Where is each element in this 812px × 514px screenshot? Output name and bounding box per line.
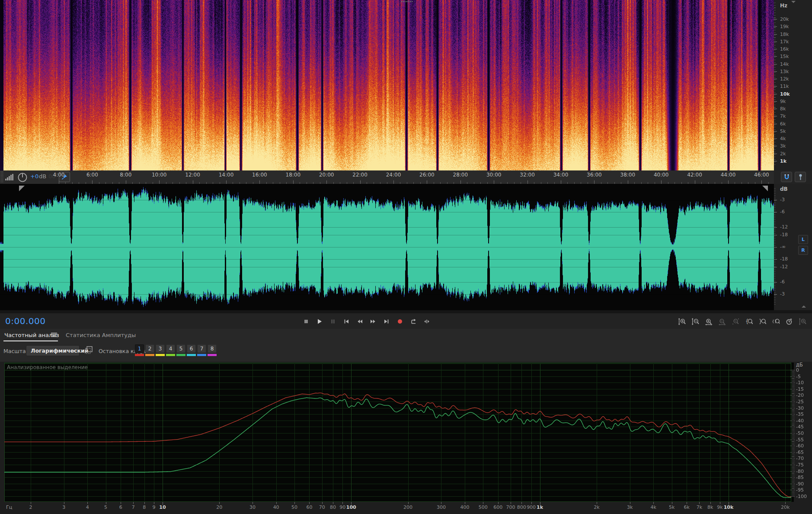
chart-y-tick — [790, 414, 795, 414]
record-button[interactable] — [395, 315, 405, 328]
rewind-button[interactable] — [355, 315, 364, 328]
panel-menu-icon[interactable] — [51, 333, 57, 337]
chart-x-tick — [253, 502, 253, 504]
frequency-scale-label: 2k — [780, 151, 786, 157]
zoom-out-full-button[interactable] — [731, 315, 741, 328]
chart-x-tick — [465, 502, 465, 504]
spectral-frequency-scale[interactable]: Hz 20k19k18k17k16k15k14k13k12k11k10k9k8k… — [774, 0, 812, 170]
chart-y-tick — [792, 400, 794, 401]
scroll-down-arrow-icon[interactable] — [802, 305, 806, 308]
frequency-scale-label: 17k — [780, 39, 789, 45]
chart-y-tick — [792, 443, 794, 443]
frequency-analysis-panel: Анализированное выделение дБ 0-5-10-15-2… — [0, 362, 812, 514]
ruler-tick — [460, 180, 461, 184]
chart-x-tick-label: 2k — [594, 504, 599, 510]
frame-hold-button-8[interactable]: 8 — [208, 344, 217, 353]
chart-x-tick-label: 100 — [346, 504, 356, 510]
panel-tabs: Частотный анализ Статистика Амплитуды — [0, 329, 812, 343]
fast-forward-button[interactable] — [368, 315, 378, 328]
ruler-tick — [92, 180, 93, 184]
timer-button[interactable] — [784, 315, 794, 328]
frame-hold-color-2 — [145, 354, 154, 356]
time-display[interactable]: 0:00.000 — [5, 316, 45, 326]
chart-y-tick — [790, 465, 795, 465]
skip-selection-button[interactable] — [422, 315, 432, 328]
loop-playback-button[interactable] — [408, 315, 418, 328]
skip-to-end-button[interactable] — [381, 315, 391, 328]
chart-y-tick — [792, 393, 794, 393]
magnet-icon — [783, 174, 790, 180]
db-scale-label: -6 — [780, 279, 785, 285]
chart-x-tick — [106, 502, 106, 504]
chart-y-tick — [790, 458, 795, 459]
chart-y-tick — [792, 459, 794, 460]
ruler-tick — [293, 180, 294, 184]
marker-button[interactable] — [795, 172, 806, 182]
frame-hold-button-4[interactable]: 4 — [166, 344, 175, 353]
chart-y-tick — [792, 488, 794, 488]
chart-y-tick — [792, 436, 794, 436]
frame-hold-button-7[interactable]: 7 — [197, 344, 206, 353]
db-scale-label: -3 — [780, 197, 785, 202]
frequency-tick — [774, 101, 777, 102]
zoom-in-horizontally-button[interactable] — [704, 315, 714, 328]
chart-x-tick — [333, 502, 333, 504]
zoom-to-selection-button[interactable]: {} — [771, 315, 781, 328]
zoom-out-horizontally-icon — [719, 318, 726, 325]
zoom-to-selection-icon: {} — [772, 318, 780, 325]
chart-y-tick — [792, 453, 794, 454]
fade-in-handle[interactable] — [19, 186, 25, 191]
stop-button[interactable] — [301, 315, 311, 328]
ruler-tick — [761, 180, 762, 184]
chart-x-tick-label: 7 — [132, 504, 135, 510]
chart-x-tick — [121, 502, 121, 504]
frame-hold-button-2[interactable]: 2 — [145, 344, 154, 353]
zoom-out-vertically-button[interactable] — [691, 315, 700, 328]
chart-y-tick — [792, 467, 794, 468]
chart-y-tick — [792, 442, 794, 442]
frequency-scale-label: 4k — [780, 136, 786, 141]
chart-y-tick — [790, 395, 795, 395]
zoom-to-out-point-button[interactable]: } — [758, 315, 767, 328]
zoom-in-vertically-icon — [678, 318, 686, 325]
zoom-to-in-point-button[interactable]: { — [744, 315, 754, 328]
ruler-tick — [561, 180, 561, 184]
zoom-in-vertically-button[interactable] — [677, 315, 687, 328]
snapshot-icon[interactable] — [85, 346, 93, 355]
fade-out-handle[interactable] — [762, 186, 768, 191]
frequency-chart[interactable] — [4, 363, 794, 502]
tab-amplitude-statistics[interactable]: Статистика Амплитуды — [66, 332, 136, 338]
pause-button[interactable] — [328, 315, 338, 328]
loop-playback-icon — [410, 318, 416, 324]
scroll-up-arrow-icon[interactable] — [791, 1, 796, 3]
chart-x-tick-label: 80 — [330, 504, 336, 510]
snap-toggle-button[interactable] — [781, 172, 792, 182]
play-button[interactable] — [314, 315, 324, 328]
ruler-tick — [628, 180, 628, 184]
chart-y-tick — [790, 382, 795, 383]
db-scale-label: -18 — [780, 256, 788, 262]
chart-x-tick — [154, 502, 154, 504]
zoom-out-horizontally-button[interactable] — [717, 315, 727, 328]
scale-select[interactable]: Логарифмический — [26, 345, 80, 356]
frequency-tick — [774, 146, 777, 146]
ruler-time-label: 32:00 — [520, 172, 535, 178]
frame-hold-button-6[interactable]: 6 — [187, 344, 196, 353]
chart-y-tick — [792, 476, 794, 476]
timeline-ruler[interactable]: +0 dB 00 4:006:008:0010:0012:0014:0016:0… — [0, 170, 774, 184]
chart-x-tick — [630, 502, 630, 504]
skip-to-start-button[interactable] — [341, 315, 351, 328]
channel-left-button[interactable]: L — [798, 235, 808, 244]
panel-drag-handle[interactable] — [401, 1, 412, 2]
frame-hold-button-5[interactable]: 5 — [176, 344, 185, 353]
channel-right-button[interactable]: R — [798, 246, 808, 255]
ruler-time-label: 8:00 — [120, 172, 131, 178]
chart-y-tick — [792, 472, 794, 473]
frame-hold-button-1[interactable]: 1 — [135, 344, 144, 353]
spectrogram-view[interactable] — [0, 0, 774, 170]
zoom-reset-button[interactable] — [798, 315, 808, 328]
frame-hold-button-3[interactable]: 3 — [156, 344, 165, 353]
db-tick — [774, 212, 777, 212]
chart-x-tick — [133, 502, 134, 504]
waveform-view[interactable] — [0, 184, 774, 310]
